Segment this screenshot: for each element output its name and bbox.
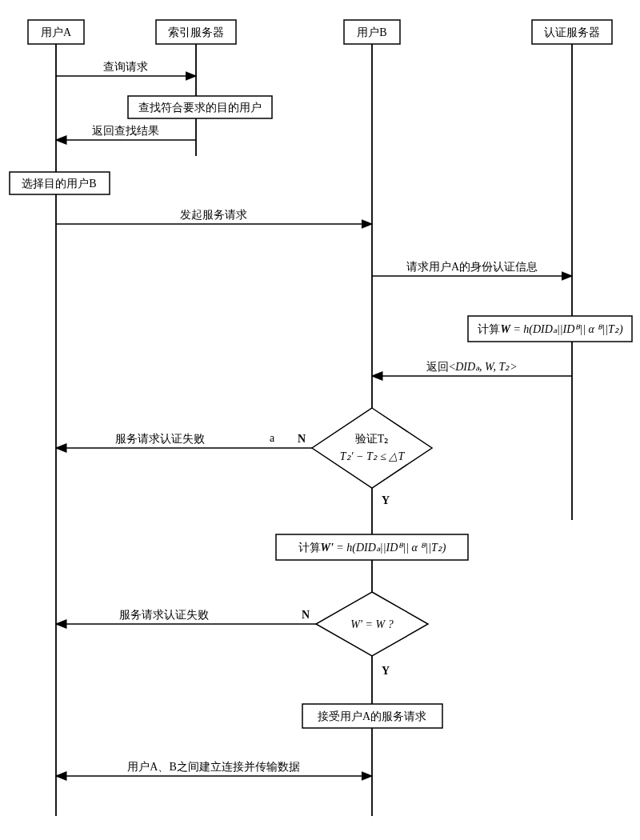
action-label: 查找符合要求的目的用户 xyxy=(138,102,262,114)
msg-label: 查询请求 xyxy=(103,61,148,73)
decision-label: W' = W ? xyxy=(350,618,393,630)
decision-verify-t2 xyxy=(312,408,432,488)
msg-label: 服务请求认证失败 xyxy=(115,433,205,445)
sequence-diagram: 用户A 索引服务器 用户B 认证服务器 查询请求 查找符合要求的目的用户 返回查… xyxy=(0,0,640,840)
msg-label: 返回查找结果 xyxy=(92,125,159,137)
actor-label: 用户A xyxy=(41,26,72,38)
actor-label: 索引服务器 xyxy=(168,26,224,38)
msg-label: 返回<DIDₐ, W, T₂> xyxy=(426,361,517,373)
actor-label: 用户B xyxy=(357,26,386,38)
branch-y: Y xyxy=(382,494,390,506)
msg-label: 发起服务请求 xyxy=(180,209,247,221)
actor-label: 认证服务器 xyxy=(544,26,600,38)
msg-label: 服务请求认证失败 xyxy=(119,609,209,621)
actor-auth-server: 认证服务器 xyxy=(532,20,612,44)
msg-label: 请求用户A的身份认证信息 xyxy=(406,261,538,273)
actor-user-a: 用户A xyxy=(28,20,84,44)
action-label: 接受用户A的服务请求 xyxy=(318,710,426,722)
actor-user-b: 用户B xyxy=(344,20,400,44)
decision-label2: T₂' − T₂ ≤ △T xyxy=(340,450,406,462)
action-label: 计算W = h(DIDₐ||IDᴮ|| α ᴮ||T₂) xyxy=(478,323,622,336)
action-label: 选择目的用户B xyxy=(22,178,96,190)
msg-label: 用户A、B之间建立连接并传输数据 xyxy=(127,761,299,773)
branch-y2: Y xyxy=(382,665,390,677)
branch-n2: N xyxy=(302,609,310,621)
action-label: 计算W' = h(DIDₐ||IDᴮ|| α ᴮ||T₂) xyxy=(298,542,446,554)
branch-n: N xyxy=(298,433,306,445)
decision-label: 验证T₂ xyxy=(355,433,390,445)
annotation-a: a xyxy=(270,432,275,444)
actor-index-server: 索引服务器 xyxy=(156,20,236,44)
